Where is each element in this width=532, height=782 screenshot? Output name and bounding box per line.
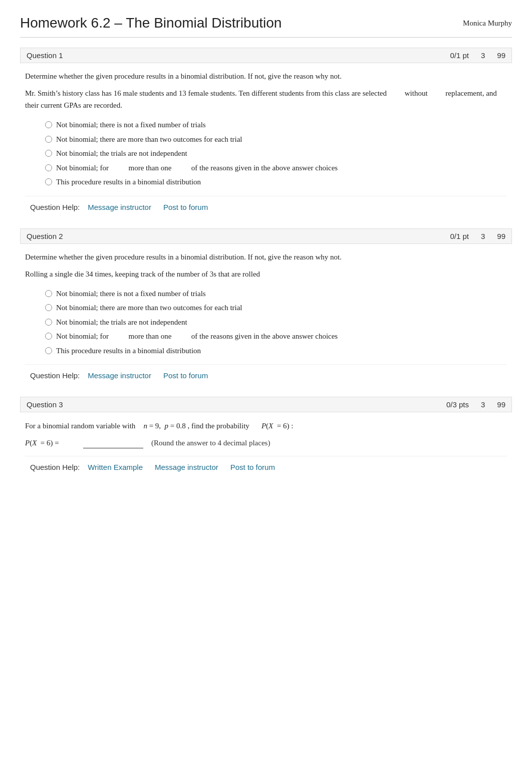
question-1-label: Question 1 — [27, 51, 63, 60]
q2-radio-3[interactable] — [45, 319, 52, 326]
q1-help-label: Question Help: — [30, 201, 80, 213]
question-2-scenario: Rolling a single die 34 times, keeping t… — [25, 268, 507, 280]
q3-answer-input[interactable] — [83, 437, 143, 448]
q2-space-b — [173, 331, 189, 342]
question-2-col4: 99 — [497, 232, 505, 240]
q1-choice-2[interactable]: Not binomial; there are more than two ou… — [45, 134, 507, 145]
q1-choice-4[interactable]: Not binomial; for more than one of the r… — [45, 162, 507, 174]
q1-choice-1-text: Not binomial; there is not a fixed numbe… — [56, 119, 206, 131]
q2-choice-4[interactable]: Not binomial; for more than one of the r… — [45, 331, 507, 342]
q2-choice-3-text: Not binomial; the trials are not indepen… — [56, 317, 187, 328]
q2-choice-1[interactable]: Not binomial; there is not a fixed numbe… — [45, 288, 507, 300]
question-2-body: Determine whether the given procedure re… — [20, 251, 512, 392]
q3-formula-prefix: For a binomial random variable with — [25, 419, 135, 433]
question-2-meta: 0/1 pt 3 99 — [450, 232, 505, 240]
q3-formula-row: For a binomial random variable with n = … — [25, 419, 507, 433]
question-1-header: Question 1 0/1 pt 3 99 — [20, 48, 512, 63]
q1-radio-3[interactable] — [45, 150, 52, 157]
q3-written-example[interactable]: Written Example — [88, 461, 143, 473]
q3-round-note: (Round the answer to 4 decimal places) — [151, 437, 270, 449]
q1-choice-4-text: Not binomial; for more than one of the r… — [56, 162, 338, 174]
q1-radio-5[interactable] — [45, 178, 52, 185]
q2-radio-1[interactable] — [45, 290, 52, 297]
q2-help-label: Question Help: — [30, 370, 80, 382]
q2-radio-4[interactable] — [45, 333, 52, 340]
q2-post-to-forum[interactable]: Post to forum — [163, 370, 208, 382]
q2-choice-5[interactable]: This procedure results in a binomial dis… — [45, 345, 507, 357]
question-1-points: 0/1 pt — [450, 51, 469, 60]
q2-choice-4-text: Not binomial; for more than one of the r… — [56, 331, 338, 342]
q1-choice-5-text: This procedure results in a binomial dis… — [56, 176, 201, 188]
q1-radio-4[interactable] — [45, 164, 52, 171]
q1-radio-2[interactable] — [45, 136, 52, 143]
question-1-block: Question 1 0/1 pt 3 99 Determine whether… — [20, 48, 512, 223]
q3-formula-result: P(X = 6) : — [261, 419, 293, 433]
question-1-body: Determine whether the given procedure re… — [20, 70, 512, 223]
question-3-meta: 0/3 pts 3 99 — [446, 400, 505, 409]
q3-message-instructor[interactable]: Message instructor — [155, 461, 218, 473]
question-3-col3: 3 — [481, 400, 485, 409]
question-2-help: Question Help: Message instructor Post t… — [25, 364, 507, 387]
q1-choice-2-text: Not binomial; there are more than two ou… — [56, 134, 242, 145]
user-name: Monica Murphy — [463, 15, 512, 28]
question-1-col4: 99 — [497, 51, 505, 60]
q2-space-a — [111, 331, 127, 342]
q1-space-a — [111, 162, 127, 174]
q3-post-to-forum[interactable]: Post to forum — [230, 461, 275, 473]
q2-message-instructor[interactable]: Message instructor — [88, 370, 151, 382]
q2-choice-3[interactable]: Not binomial; the trials are not indepen… — [45, 317, 507, 328]
q2-choice-2[interactable]: Not binomial; there are more than two ou… — [45, 302, 507, 314]
question-2-desc: Determine whether the given procedure re… — [25, 251, 507, 263]
question-3-help: Question Help: Written Example Message i… — [25, 456, 507, 478]
q1-choice-3-text: Not binomial; the trials are not indepen… — [56, 148, 187, 159]
question-1-desc: Determine whether the given procedure re… — [25, 70, 507, 82]
q3-formula-params: n = 9, p = 0.8 , find the probability — [143, 419, 249, 433]
question-1-meta: 0/1 pt 3 99 — [450, 51, 505, 60]
q2-choice-5-text: This procedure results in a binomial dis… — [56, 345, 201, 357]
question-2-header: Question 2 0/1 pt 3 99 — [20, 228, 512, 244]
question-1-scenario: Mr. Smith’s history class has 16 male st… — [25, 87, 507, 111]
question-2-label: Question 2 — [27, 232, 63, 240]
page-title: Homework 6.2 – The Binomial Distribution — [20, 15, 282, 31]
q2-radio-2[interactable] — [45, 304, 52, 311]
question-2-block: Question 2 0/1 pt 3 99 Determine whether… — [20, 228, 512, 392]
q2-choice-1-text: Not binomial; there is not a fixed numbe… — [56, 288, 206, 300]
q3-input-row: P(X = 6) = (Round the answer to 4 decima… — [25, 437, 507, 449]
q3-help-label: Question Help: — [30, 461, 80, 473]
q2-radio-5[interactable] — [45, 347, 52, 354]
page-header: Homework 6.2 – The Binomial Distribution… — [20, 15, 512, 38]
question-3-points: 0/3 pts — [446, 400, 469, 409]
q2-choice-2-text: Not binomial; there are more than two ou… — [56, 302, 242, 314]
question-2-choices: Not binomial; there is not a fixed numbe… — [45, 288, 507, 357]
q1-spacing1 — [389, 87, 405, 99]
q1-choice-1[interactable]: Not binomial; there is not a fixed numbe… — [45, 119, 507, 131]
q1-choice-3[interactable]: Not binomial; the trials are not indepen… — [45, 148, 507, 159]
question-3-body: For a binomial random variable with n = … — [20, 419, 512, 483]
question-1-col3: 3 — [481, 51, 485, 60]
q1-post-to-forum[interactable]: Post to forum — [163, 201, 208, 213]
question-2-points: 0/1 pt — [450, 232, 469, 240]
q1-space-b — [173, 162, 189, 174]
q1-radio-1[interactable] — [45, 121, 52, 128]
q3-input-label: P(X = 6) = — [25, 437, 75, 449]
question-1-choices: Not binomial; there is not a fixed numbe… — [45, 119, 507, 188]
question-3-label: Question 3 — [27, 400, 63, 409]
question-2-col3: 3 — [481, 232, 485, 240]
q1-spacing2 — [428, 87, 444, 99]
question-3-header: Question 3 0/3 pts 3 99 — [20, 397, 512, 412]
q1-message-instructor[interactable]: Message instructor — [88, 201, 151, 213]
q1-choice-5[interactable]: This procedure results in a binomial dis… — [45, 176, 507, 188]
question-3-col4: 99 — [497, 400, 505, 409]
question-3-block: Question 3 0/3 pts 3 99 For a binomial r… — [20, 397, 512, 483]
question-1-help: Question Help: Message instructor Post t… — [25, 196, 507, 218]
